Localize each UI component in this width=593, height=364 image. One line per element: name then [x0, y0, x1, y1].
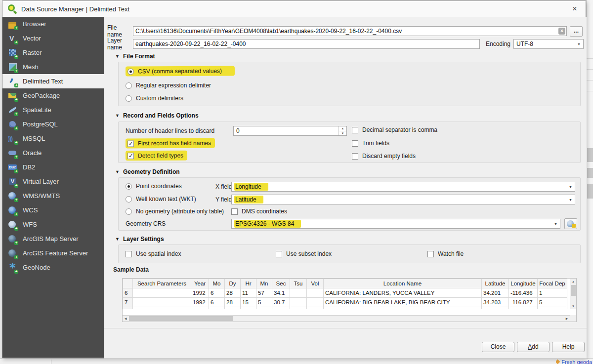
sidebar-item-wms-wmts[interactable]: WMS/WMTS	[2, 189, 104, 203]
radio-custom-delimiters[interactable]: Custom delimiters	[126, 95, 183, 102]
radio-no-geometry[interactable]: No geometry (attribute only table)	[126, 208, 224, 215]
radio-wkt[interactable]: Well known text (WKT)	[126, 196, 196, 202]
header-lines-spinner[interactable]: 0 ▲▼	[233, 126, 347, 136]
section-header-record-fields[interactable]: ▼ Record and Fields Options	[115, 112, 199, 119]
checkbox-decimal-separator[interactable]: Decimal separator is comma	[352, 126, 437, 133]
sidebar-item-oracle[interactable]: Oracle	[2, 146, 104, 160]
close-button[interactable]: Close	[482, 342, 514, 352]
encoding-select[interactable]: UTF-8 ▼	[513, 39, 584, 49]
checkbox-use-subset-index[interactable]: Use subset index	[276, 250, 332, 257]
arcgis-map-icon	[7, 234, 18, 244]
titlebar[interactable]: Data Source Manager | Delimited Text ×	[2, 1, 586, 17]
sidebar-item-raster[interactable]: Raster	[2, 45, 104, 60]
radio-csv[interactable]: CSV (comma separated values)	[126, 66, 235, 76]
radio-regular-expression[interactable]: Regular expression delimiter	[126, 82, 211, 89]
chevron-down-icon: ▼	[554, 222, 557, 226]
sidebar-item-geonode[interactable]: GeoNode	[2, 260, 104, 275]
geometry-crs-select[interactable]: EPSG:4326 - WGS 84 ▼	[231, 219, 560, 229]
sidebar-item-delimited-text[interactable]: Delimited Text	[2, 74, 104, 88]
chevron-down-icon: ▼	[569, 198, 572, 202]
spin-up-icon[interactable]: ▲	[339, 126, 346, 131]
section-header-layer-settings[interactable]: ▼ Layer Settings	[115, 236, 164, 243]
checkbox-icon[interactable]	[352, 153, 358, 160]
wfs-icon	[7, 220, 18, 230]
checkbox-trim-fields[interactable]: Trim fields	[352, 140, 389, 147]
wms-icon	[7, 191, 18, 201]
oracle-icon	[7, 148, 18, 158]
section-header-file-format[interactable]: ▼ File Format	[115, 53, 155, 60]
encoding-label: Encoding	[486, 40, 510, 47]
clear-icon[interactable]: ×	[558, 28, 565, 35]
checkbox-first-record-field-names[interactable]: First record has field names	[126, 138, 215, 149]
raster-icon	[7, 48, 18, 58]
collapse-arrow-icon: ▼	[115, 54, 120, 59]
sidebar-item-postgresql[interactable]: PostgreSQL	[2, 117, 104, 131]
radio-point-coordinates[interactable]: Point coordinates	[126, 183, 182, 190]
scrollbar-thumb[interactable]	[571, 285, 576, 296]
table-cell: 10	[241, 307, 256, 310]
scroll-left-icon[interactable]: ◀	[123, 316, 128, 322]
sidebar-item-browser[interactable]: Browser	[2, 17, 104, 31]
checkbox-icon[interactable]	[127, 140, 134, 147]
scrollbar-thumb[interactable]	[129, 316, 233, 321]
news-link-label[interactable]: Fresh geoda	[561, 359, 592, 364]
table-row: 7199262815530.7CALIFORNIA: BIG BEAR LAKE…	[123, 298, 567, 307]
column-header: Mn	[256, 279, 272, 288]
column-header: Mo	[209, 279, 225, 288]
sidebar-item-db2[interactable]: DB2	[2, 160, 104, 174]
qgis-logo-icon	[7, 4, 17, 14]
spin-down-icon[interactable]: ▼	[339, 131, 346, 136]
sidebar-item-wfs[interactable]: WFS	[2, 217, 104, 232]
radio-icon[interactable]	[126, 208, 132, 215]
vertical-scrollbar[interactable]: ▲ ▼	[570, 279, 576, 309]
checkbox-icon[interactable]	[127, 153, 134, 159]
table-cell: 15	[241, 298, 256, 307]
browse-button[interactable]: ...	[570, 26, 583, 37]
radio-icon[interactable]	[126, 95, 132, 102]
x-field-select[interactable]: Longitude ▼	[231, 182, 575, 192]
sidebar-item-vector[interactable]: Vector	[2, 31, 104, 45]
checkbox-dms-coordinates[interactable]: DMS coordinates	[231, 208, 287, 215]
checkbox-icon[interactable]	[126, 251, 132, 257]
x-field-label: X field	[215, 183, 232, 190]
section-header-geometry[interactable]: ▼ Geometry Definition	[115, 168, 180, 175]
add-button[interactable]: Add	[517, 342, 550, 352]
close-icon[interactable]: ×	[570, 4, 580, 14]
checkbox-icon[interactable]	[231, 208, 238, 215]
crs-picker-button[interactable]	[564, 218, 577, 229]
radio-icon[interactable]	[126, 82, 132, 89]
scroll-up-icon[interactable]: ▲	[570, 279, 576, 284]
sidebar-item-arcgis-feature-server[interactable]: ArcGIS Feature Server	[2, 246, 104, 260]
radio-icon[interactable]	[126, 183, 132, 190]
layer-name-input[interactable]	[133, 39, 480, 49]
horizontal-scrollbar[interactable]: ◀ ▶	[123, 315, 570, 322]
sidebar-item-mesh[interactable]: Mesh	[2, 60, 104, 74]
radio-icon[interactable]	[127, 68, 134, 75]
scroll-right-icon[interactable]: ▶	[564, 316, 570, 322]
checkbox-icon[interactable]	[352, 140, 358, 147]
checkbox-icon[interactable]	[352, 127, 358, 133]
table-cell: 1992	[191, 307, 209, 310]
table-cell	[307, 298, 324, 307]
checkbox-icon[interactable]	[276, 251, 282, 257]
sidebar-item-mssql[interactable]: MSSQL	[2, 131, 104, 146]
sidebar-item-geopackage[interactable]: GeoPackage	[2, 88, 104, 103]
y-field-select[interactable]: Latitude ▼	[231, 195, 575, 204]
checkbox-icon[interactable]	[427, 251, 434, 257]
news-link[interactable]: Fresh geoda	[556, 359, 592, 364]
help-button[interactable]: Help	[552, 342, 585, 352]
sidebar-item-virtual-layer[interactable]: Virtual Layer	[2, 174, 104, 189]
checkbox-detect-field-types[interactable]: Detect field types	[126, 151, 187, 161]
scroll-down-icon[interactable]: ▼	[570, 303, 576, 309]
table-cell	[290, 288, 307, 298]
sidebar-item-spatialite[interactable]: SpatiaLite	[2, 103, 104, 117]
sidebar-item-arcgis-map-server[interactable]: ArcGIS Map Server	[2, 232, 104, 246]
file-name-input[interactable]	[133, 26, 567, 36]
checkbox-watch-file[interactable]: Watch file	[427, 250, 464, 257]
checkbox-discard-empty-fields[interactable]: Discard empty fields	[352, 153, 416, 160]
checkbox-use-spatial-index[interactable]: Use spatial index	[126, 250, 181, 257]
footer-separator	[104, 328, 587, 328]
radio-icon[interactable]	[126, 196, 132, 202]
row-header: 6	[123, 288, 133, 298]
sidebar-item-wcs[interactable]: WCS	[2, 203, 104, 217]
